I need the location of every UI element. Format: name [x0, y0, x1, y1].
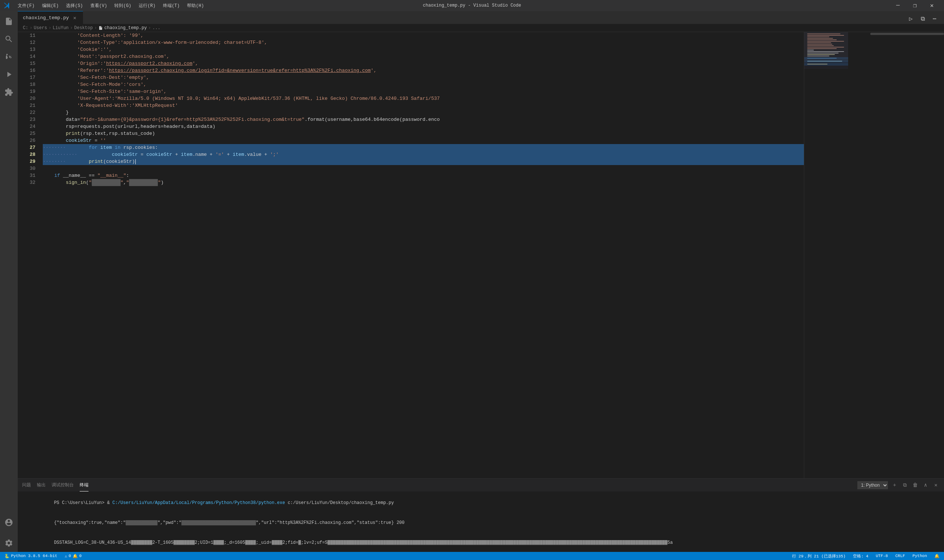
code-line-21: 'X-Requested-With':'XMLHttpRequest' [43, 102, 804, 109]
horizontal-scrollbar[interactable] [848, 32, 944, 36]
editor-content[interactable]: 11 12 13 14 15 16 17 18 19 20 21 22 23 2… [18, 32, 944, 478]
breadcrumb-file[interactable]: chaoxing_temp.py [99, 25, 147, 31]
panel-tabs: 问题 输出 调试控制台 终端 1: Python + ⧉ 🗑 ∧ ✕ [18, 478, 944, 491]
status-errors[interactable]: ⚠ 0 🔔 0 [63, 552, 83, 560]
terminal-line-1: PS C:\Users\LiuYun> & C:/Users/LiuYun/Ap… [22, 493, 939, 513]
warning-icon: 🔔 [72, 554, 78, 558]
split-editor-button[interactable]: ⧉ [918, 14, 928, 24]
terminal-selector[interactable]: 1: Python [858, 481, 888, 489]
code-line-14: 'Host':'passport2.chaoxing.com', [43, 53, 804, 60]
code-line-11: 'Content-Length': '99', [43, 32, 804, 39]
minimize-button[interactable]: ─ [889, 0, 906, 11]
breadcrumb-sep4: › [94, 25, 97, 31]
code-line-12: 'Content-Type':'application/x-www-form-u… [43, 39, 804, 46]
status-notification-bell[interactable]: 🔔 [933, 552, 941, 560]
code-line-22: } [43, 109, 804, 116]
titlebar: 文件(F) 编辑(E) 选择(S) 查看(V) 转到(G) 运行(R) 终端(T… [0, 0, 944, 11]
titlebar-title: chaoxing_temp.py - Visual Studio Code [423, 3, 521, 8]
editor-scroll: 11 12 13 14 15 16 17 18 19 20 21 22 23 2… [18, 32, 848, 478]
menu-view[interactable]: 查看(V) [87, 2, 110, 9]
code-line-23: data="fid=-1&uname={0}&password={1}&refe… [43, 116, 804, 123]
maximize-button[interactable]: ❐ [906, 0, 923, 11]
panel-right: 1: Python + ⧉ 🗑 ∧ ✕ [858, 481, 939, 489]
activity-search[interactable] [0, 30, 18, 48]
breadcrumb-sep3: › [70, 25, 72, 31]
code-line-13: 'Cookie':'', [43, 46, 804, 53]
panel-tab-output[interactable]: 输出 [37, 478, 46, 491]
code-line-19: 'Sec-Fetch-Site':'same-origin', [43, 88, 804, 95]
code-line-31: if __name__ == "__main__": [43, 172, 804, 179]
breadcrumb-liuyun[interactable]: LiuYun [53, 25, 69, 31]
breadcrumb-dots[interactable]: ... [152, 25, 160, 31]
titlebar-left: 文件(F) 编辑(E) 选择(S) 查看(V) 转到(G) 运行(R) 终端(T… [4, 2, 207, 9]
status-language-mode[interactable]: Python [911, 552, 929, 560]
menu-terminal[interactable]: 终端(T) [160, 2, 183, 9]
breadcrumb-sep2: › [49, 25, 51, 31]
run-button[interactable]: ▷ [905, 14, 916, 24]
panel-collapse-button[interactable]: ∧ [922, 482, 929, 489]
code-line-16: 'Referer':'https://passport2.chaoxing.co… [43, 67, 804, 74]
tab-chaoxing[interactable]: chaoxing_temp.py ✕ [18, 11, 83, 24]
activity-bar [0, 11, 18, 552]
close-button[interactable]: ✕ [923, 0, 940, 11]
terminal-content[interactable]: PS C:\Users\LiuYun> & C:/Users/LiuYun/Ap… [18, 491, 944, 552]
line-numbers: 11 12 13 14 15 16 17 18 19 20 21 22 23 2… [18, 32, 40, 478]
activity-source-control[interactable] [0, 48, 18, 66]
vscode-logo-icon [4, 2, 10, 9]
minimap [804, 32, 848, 478]
breadcrumb-c[interactable]: C: [23, 25, 28, 31]
menu-file[interactable]: 文件(F) [15, 2, 38, 9]
titlebar-menu: 文件(F) 编辑(E) 选择(S) 查看(V) 转到(G) 运行(R) 终端(T… [15, 2, 207, 9]
terminal-line-2: {"tochaoxing":true,"name":"████████████"… [22, 513, 939, 533]
more-actions-button[interactable]: ⋯ [929, 14, 939, 24]
code-editor[interactable]: 'Content-Length': '99', 'Content-Type':'… [40, 32, 804, 478]
error-icon: ⚠ [65, 554, 67, 558]
terminal-line-3: DSSTASH_LOG=C_38-UN_436-US_14████████2-T… [22, 533, 939, 552]
activity-account[interactable] [0, 514, 18, 531]
code-line-18: 'Sec-Fetch-Mode':'cors', [43, 81, 804, 88]
python-icon: 🐍 [5, 554, 9, 558]
status-left: 🐍 Python 3.8.5 64-bit ⚠ 0 🔔 0 [3, 552, 83, 560]
panel-tab-debug-console[interactable]: 调试控制台 [52, 478, 74, 491]
activity-explorer[interactable] [0, 12, 18, 30]
panel-tab-terminal[interactable]: 终端 [80, 478, 88, 491]
status-python-version[interactable]: 🐍 Python 3.8.5 64-bit [3, 552, 59, 560]
code-line-27: ········ for item in rsp.cookies: [43, 144, 804, 151]
split-terminal-button[interactable]: ⧉ [901, 482, 909, 489]
breadcrumb-users[interactable]: Users [34, 25, 47, 31]
add-terminal-button[interactable]: + [891, 482, 898, 489]
code-line-24: rsp=requests.post(url=url,headers=header… [43, 123, 804, 130]
kill-terminal-button[interactable]: 🗑 [912, 482, 919, 489]
tab-close-button[interactable]: ✕ [72, 15, 78, 21]
activity-settings[interactable] [0, 534, 18, 552]
breadcrumb-sep5: › [148, 25, 151, 31]
menu-edit[interactable]: 编辑(E) [39, 2, 62, 9]
breadcrumb: C: › Users › LiuYun › Desktop › chaoxing… [18, 24, 944, 32]
status-encoding[interactable]: UTF-8 [874, 552, 889, 560]
main-layout: chaoxing_temp.py ✕ ▷ ⧉ ⋯ C: › Users › Li… [0, 11, 944, 552]
panel-close-button[interactable]: ✕ [932, 482, 939, 489]
breadcrumb-desktop[interactable]: Desktop [74, 25, 93, 31]
status-right: 行 29，列 21 (已选择135) 空格: 4 UTF-8 CRLF Pyth… [791, 552, 941, 560]
status-indentation[interactable]: 空格: 4 [851, 552, 870, 560]
code-line-28: ············ cookieStr = cookieStr + ite… [43, 151, 804, 158]
status-eol[interactable]: CRLF [894, 552, 906, 560]
code-line-32: sign_in("██████████","██████████") [43, 179, 804, 186]
code-line-30 [43, 165, 804, 172]
bell-icon: 🔔 [935, 554, 939, 558]
menu-selection[interactable]: 选择(S) [63, 2, 86, 9]
menu-help[interactable]: 帮助(H) [184, 2, 207, 9]
menu-run[interactable]: 运行(R) [136, 2, 159, 9]
code-line-29: ········ print(cookieStr) [43, 158, 804, 165]
editor-area: chaoxing_temp.py ✕ ▷ ⧉ ⋯ C: › Users › Li… [18, 11, 944, 552]
activity-extensions[interactable] [0, 83, 18, 101]
panel-tab-problems[interactable]: 问题 [22, 478, 31, 491]
tabs-bar: chaoxing_temp.py ✕ ▷ ⧉ ⋯ [18, 11, 944, 24]
breadcrumb-sep1: › [29, 25, 32, 31]
activity-run-debug[interactable] [0, 66, 18, 83]
menu-goto[interactable]: 转到(G) [111, 2, 134, 9]
panel-area: 问题 输出 调试控制台 终端 1: Python + ⧉ 🗑 ∧ ✕ [18, 478, 944, 552]
code-line-25: print(rsp.text,rsp.status_code) [43, 130, 804, 137]
scrollbar-thumb[interactable] [870, 33, 944, 35]
status-cursor-position[interactable]: 行 29，列 21 (已选择135) [791, 552, 847, 560]
